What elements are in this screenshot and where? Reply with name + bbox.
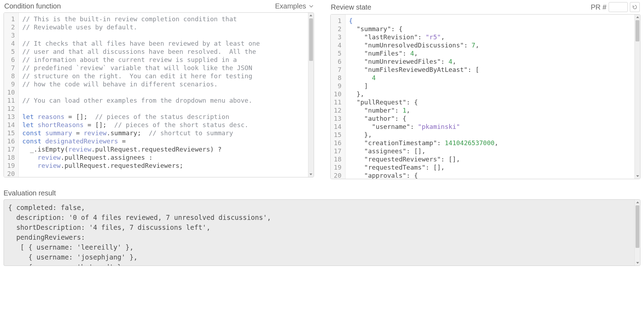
scrollbar[interactable] — [634, 15, 640, 179]
evaluation-result-box: { completed: false, description: '0 of 4… — [4, 199, 640, 266]
evaluation-result-title: Evaluation result — [4, 189, 640, 197]
code-area[interactable]: // This is the built-in review completio… — [19, 13, 308, 177]
evaluation-result-panel: Evaluation result { completed: false, de… — [4, 189, 640, 266]
scroll-down-icon[interactable] — [635, 173, 640, 179]
scroll-track[interactable] — [635, 205, 640, 260]
condition-function-panel: Condition function Examples 123456789101… — [4, 2, 314, 179]
review-state-panel: Review state PR # 1234567891011121314151… — [330, 2, 641, 179]
pr-go-button[interactable] — [630, 2, 640, 12]
pr-number-input[interactable] — [609, 2, 628, 12]
condition-function-title: Condition function — [4, 2, 61, 10]
condition-code-editor[interactable]: 1234567891011121314151617181920 // This … — [4, 12, 314, 177]
line-gutter: 1234567891011121314151617181920 — [4, 13, 19, 177]
scrollbar[interactable] — [308, 13, 314, 177]
scroll-thumb[interactable] — [636, 20, 639, 41]
chevron-down-icon — [309, 4, 313, 8]
scroll-thumb[interactable] — [309, 18, 313, 61]
evaluation-result-text: { completed: false, description: '0 of 4… — [4, 200, 634, 266]
scroll-track[interactable] — [308, 18, 314, 171]
scroll-up-icon[interactable] — [308, 13, 314, 18]
scrollbar[interactable] — [634, 200, 640, 266]
scroll-up-icon[interactable] — [635, 15, 640, 20]
scroll-thumb[interactable] — [636, 205, 639, 248]
scroll-up-icon[interactable] — [635, 200, 640, 205]
review-state-editor[interactable]: 1234567891011121314151617181920 { "summa… — [330, 14, 641, 179]
examples-label: Examples — [275, 2, 306, 10]
line-gutter: 1234567891011121314151617181920 — [331, 15, 346, 179]
scroll-down-icon[interactable] — [635, 260, 640, 266]
refresh-icon — [632, 4, 638, 10]
pr-number-label: PR # — [591, 3, 607, 11]
scroll-down-icon[interactable] — [308, 171, 314, 177]
examples-dropdown[interactable]: Examples — [275, 2, 313, 10]
code-area[interactable]: { "summary": { "lastRevision": "r5", "nu… — [346, 15, 635, 179]
review-state-title: Review state — [331, 3, 372, 11]
scroll-track[interactable] — [635, 20, 640, 173]
